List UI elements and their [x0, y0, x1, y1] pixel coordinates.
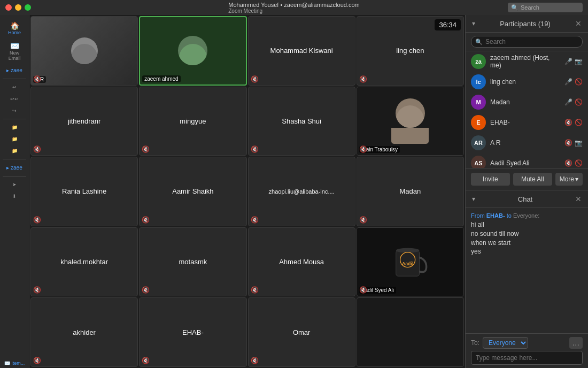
- mail-icon: ✉️: [4, 361, 10, 366]
- video-cell-alain: Alain Traboulsy 🔇: [357, 87, 464, 156]
- timer-badge: 36:34: [435, 19, 461, 30]
- mic-icon-madan: 🎤: [564, 98, 572, 106]
- more-button[interactable]: More ▾: [555, 173, 583, 186]
- shasha-name: Shasha Shui: [280, 117, 323, 125]
- chevron-down-icon: ▾: [575, 175, 578, 183]
- sidebar-folder3[interactable]: 📁: [0, 146, 29, 156]
- participants-close[interactable]: ✕: [575, 19, 582, 28]
- chat-more-button[interactable]: ...: [569, 337, 583, 349]
- mug-image: Aadil: [391, 241, 429, 283]
- participant-row-aadil[interactable]: AS Aadil Syed Ali 🔇 🚫: [466, 153, 588, 168]
- kiswani-name: Mohammad Kiswani: [268, 47, 335, 55]
- akhider-inner: akhider: [71, 328, 98, 336]
- sidebar-receive[interactable]: ⬇: [0, 191, 29, 201]
- zaeem-name-badge: zaeem ahmed: [142, 75, 180, 82]
- rania-inner: Rania Lashine: [60, 187, 109, 195]
- sidebar-reply[interactable]: ↩: [0, 82, 29, 92]
- participants-list: za zaeem ahmed (Host, me) 🎤 📷 lc ling ch…: [466, 51, 588, 168]
- lingchen-mute: 🔇: [359, 75, 367, 83]
- aadil-mute: 🔇: [359, 286, 367, 294]
- participants-search-area: 🔍: [466, 33, 588, 51]
- chat-to-row: To: Everyone ...: [471, 337, 583, 349]
- aamir-inner: Aamir Shaikh: [170, 187, 215, 195]
- invite-button[interactable]: Invite: [471, 173, 510, 186]
- name-aadil: Aadil Syed Ali: [490, 159, 560, 167]
- video-cell-aadil: Aadil Aadil Syed Ali 🔇: [357, 227, 464, 297]
- khaled-inner: khaled.mokhtar: [58, 258, 110, 266]
- chat-to-label: To:: [471, 339, 479, 347]
- zhaopi-name: zhaopi.liu@alibaba-inc....: [267, 188, 337, 195]
- maximize-button[interactable]: [25, 4, 31, 11]
- sidebar-item-home[interactable]: 🏠 Home: [0, 19, 29, 37]
- chat-from: From EHAB- to Everyone:: [471, 212, 583, 219]
- sidebar-mail-badge[interactable]: ✉️ Item...: [0, 358, 29, 368]
- participants-search-input[interactable]: [471, 36, 583, 48]
- video-cell-ar: A R 🔇: [30, 16, 138, 86]
- titlebar-search[interactable]: 🔍 Search: [508, 3, 583, 12]
- close-button[interactable]: [5, 4, 12, 11]
- right-panel: ▾ Participants (19) ✕ 🔍 za zaeem ahmed (…: [465, 15, 588, 368]
- chat-close[interactable]: ✕: [575, 195, 582, 203]
- send-icon: ➤: [12, 182, 17, 187]
- icons-zaeem: 🎤 📷: [564, 58, 583, 65]
- omar-name: Omar: [291, 328, 313, 336]
- ming-inner: mingyue: [177, 117, 208, 125]
- mic-icon-ehab: 🔇: [564, 119, 572, 126]
- participant-row-ar[interactable]: AR A R 🔇 📷: [466, 133, 588, 153]
- main-layout: 🏠 Home ✉️ NewEmail ▸ zaee ↩ ↩↩ ↪ 📁 📁 📁: [0, 15, 588, 368]
- sidebar-folder1[interactable]: 📁: [0, 122, 29, 132]
- video-cell-ahmed: Ahmed Mousa 🔇: [248, 227, 355, 297]
- sidebar-item-new-email[interactable]: ✉️ NewEmail: [0, 40, 29, 63]
- participant-row-zaeem[interactable]: za zaeem ahmed (Host, me) 🎤 📷: [466, 51, 588, 72]
- sidebar-inbox[interactable]: ▸ zaee: [0, 65, 29, 75]
- participants-title: Participants (19): [500, 20, 551, 28]
- participant-row-lc[interactable]: lc ling chen 🎤 🚫: [466, 72, 588, 92]
- video-cell-empty: [357, 297, 464, 367]
- participant-row-ehab[interactable]: E EHAB- 🔇 🚫: [466, 112, 588, 133]
- kiswani-inner: Mohammad Kiswani: [268, 47, 335, 55]
- titlebar-right: 🔍 Search: [508, 3, 583, 12]
- video-cell-khaled: khaled.mokhtar 🔇: [30, 227, 138, 297]
- motasmk-inner: motasmk: [177, 258, 210, 266]
- compose-icon: ✉️: [1, 42, 28, 50]
- avatar-madan: M: [471, 95, 486, 110]
- name-zaeem: zaeem ahmed (Host, me): [490, 54, 560, 69]
- madan-mute: 🔇: [359, 216, 367, 224]
- video-cell-ehab: EHAB- 🔇: [139, 297, 246, 367]
- titlebar: Mohammed Yousef • zaeem@aliammazcloud.co…: [0, 0, 588, 15]
- chat-to-select[interactable]: Everyone: [483, 337, 528, 349]
- minimize-button[interactable]: [15, 4, 21, 11]
- chat-title: Chat: [518, 195, 532, 203]
- madan-name: Madan: [398, 187, 423, 195]
- participants-collapse-arrow[interactable]: ▾: [472, 20, 475, 27]
- alain-mute: 🔇: [359, 145, 367, 153]
- video-cell-aamir: Aamir Shaikh 🔇: [139, 157, 246, 226]
- reply-all-icon: ↩↩: [10, 96, 19, 102]
- icons-aadil: 🔇 🚫: [564, 159, 583, 167]
- ehab-name: EHAB-: [180, 328, 206, 336]
- search-wrapper: 🔍: [471, 36, 583, 48]
- window-title: Mohammed Yousef • zaeem@aliammazcloud.co…: [228, 2, 360, 14]
- aamir-mute: 🔇: [142, 216, 150, 224]
- sidebar-folder2[interactable]: 📁: [0, 134, 29, 144]
- lingchen-name: ling chen: [394, 47, 426, 55]
- chat-collapse-arrow[interactable]: ▾: [472, 195, 475, 203]
- search-icon: 🔍: [511, 4, 519, 11]
- sidebar-send[interactable]: ➤: [0, 180, 29, 189]
- video-icon-zaeem: 📷: [575, 58, 583, 65]
- sidebar-zaee[interactable]: ▸ zaee: [0, 163, 29, 173]
- avatar-ar: AR: [471, 135, 486, 150]
- chat-input[interactable]: [471, 351, 583, 365]
- rania-mute: 🔇: [33, 216, 41, 224]
- mute-all-button[interactable]: Mute All: [513, 173, 552, 186]
- reply-icon: ↩: [12, 85, 17, 90]
- video-cell-madan: Madan 🔇: [357, 157, 464, 226]
- madan-inner: Madan: [398, 187, 423, 195]
- mic-icon-lc: 🎤: [564, 78, 572, 86]
- sidebar-forward[interactable]: ↪: [0, 106, 29, 116]
- sidebar-reply-all[interactable]: ↩↩: [0, 94, 29, 104]
- participant-row-madan[interactable]: M Madan 🎤 🚫: [466, 92, 588, 112]
- more-label: More: [560, 175, 574, 183]
- jith-inner: jithendranr: [66, 117, 103, 125]
- participants-header: ▾ Participants (19) ✕: [466, 15, 588, 33]
